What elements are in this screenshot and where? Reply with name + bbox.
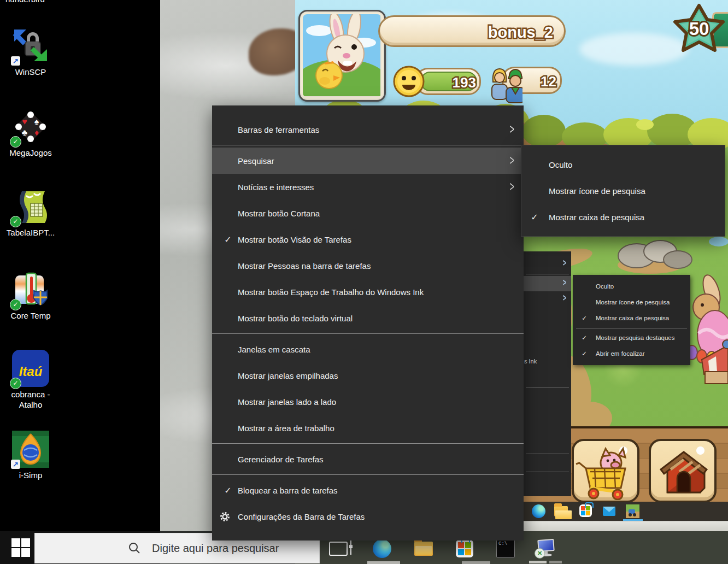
chevron-right-icon: > <box>563 257 566 268</box>
screen-edge-artifact <box>529 561 547 563</box>
start-button[interactable] <box>8 537 34 559</box>
menu-item-mostrar-botao-cortana[interactable]: Mostrar botão Cortana <box>212 200 524 226</box>
check-icon <box>578 310 591 326</box>
game-doghouse-button[interactable] <box>649 439 717 503</box>
svg-text:bonus_2: bonus_2 <box>488 24 553 41</box>
mini-screenshot-search-submenu: Oculto Mostrar ícone de pesquisa Mostrar… <box>573 275 690 365</box>
mini-screenshot-taskbar <box>522 502 728 521</box>
menu-item-mostrar-area-de-trabalho[interactable]: Mostrar a área de trabalho <box>212 415 524 441</box>
submenu-item-oculto[interactable]: Oculto <box>521 151 725 178</box>
cmd-icon: C:\ <box>496 539 515 558</box>
sync-check-badge <box>10 299 21 310</box>
check-icon <box>578 330 591 346</box>
game-shop-button[interactable] <box>572 439 639 503</box>
taskbar-edge-button[interactable] <box>372 538 392 559</box>
task-view-button[interactable] <box>328 538 349 559</box>
menu-item-mostrar-teclado-virtual[interactable]: Mostrar botão do teclado virtual <box>212 305 524 331</box>
friends-icon <box>488 60 522 104</box>
sync-check-badge <box>10 378 21 389</box>
menu-item-janelas-em-cascata[interactable]: Janelas em cascata <box>212 336 524 362</box>
folder-icon <box>414 542 433 556</box>
menu-item-bloquear-barra-de-tarefas[interactable]: Bloquear a barra de tarefas <box>212 477 524 503</box>
menu-item-mostrar-botao-visao-de-tarefas[interactable]: Mostrar botão Visão de Tarefas <box>212 226 524 252</box>
chevron-right-icon: > <box>509 179 514 195</box>
mini-screenshot-bottom-strip <box>522 521 728 531</box>
menu-item-noticias-e-interesses[interactable]: Notícias e interesses> <box>212 174 524 200</box>
shortcut-badge <box>11 56 20 66</box>
chevron-right-icon: > <box>509 121 514 138</box>
chevron-right-icon: > <box>509 152 514 169</box>
check-icon <box>527 212 542 222</box>
desktop-icon-winscp[interactable]: WinSCP <box>0 27 61 77</box>
menu-separator <box>212 145 524 145</box>
shortcut-badge <box>11 460 20 469</box>
svg-text:♣: ♣ <box>22 128 28 137</box>
menu-item-gerenciador-de-tarefas[interactable]: Gerenciador de Tarefas <box>212 446 524 472</box>
taskbar-explorer-button[interactable] <box>413 538 434 559</box>
menu-item-barras-de-ferramentas[interactable]: Barras de ferramentas> <box>212 116 524 143</box>
smiley-icon <box>392 62 426 101</box>
mood-value-text: 193 <box>420 68 480 95</box>
windows-logo-icon <box>11 538 30 557</box>
check-icon <box>221 485 235 496</box>
farm-game-icon <box>626 504 639 518</box>
itau-icon: Itaú <box>12 350 49 387</box>
svg-text:♦: ♦ <box>34 128 39 137</box>
taskbar-cmd-button[interactable]: C:\ <box>495 538 516 559</box>
taskbar-store-button[interactable] <box>454 538 475 559</box>
desktop-icon-tabelaibpt[interactable]: TabelaIBPT... <box>0 188 61 238</box>
svg-text:193: 193 <box>453 74 476 91</box>
winscp-icon <box>12 27 49 64</box>
menu-separator <box>212 474 524 475</box>
desktop-icon-coretemp[interactable]: Core Temp <box>0 271 61 321</box>
search-input[interactable] <box>151 542 317 555</box>
screen-edge-artifact <box>462 561 490 564</box>
desktop-icon-thunderbird-clipped[interactable]: hunderbird <box>3 0 74 5</box>
doghouse-icon <box>652 444 715 502</box>
menu-separator <box>212 443 524 444</box>
mini-screenshot-menu-fragment: > > > s Ink <box>524 251 571 496</box>
menu-item-pesquisar[interactable]: Pesquisar> <box>212 148 524 174</box>
chevron-right-icon: > <box>563 277 566 287</box>
menu-item-mostrar-windows-ink[interactable]: Mostrar botão Espaço de Trabalho do Wind… <box>212 279 524 305</box>
menu-separator <box>212 333 524 334</box>
screen-edge-artifact <box>367 561 400 564</box>
remote-desktop-icon <box>537 539 556 558</box>
edge-icon <box>373 539 391 558</box>
mail-icon <box>602 504 616 518</box>
check-icon <box>578 346 591 362</box>
svg-text:♥: ♥ <box>22 117 27 126</box>
avatar-art <box>301 13 383 99</box>
player-avatar[interactable] <box>298 10 386 102</box>
mini-menu-item: Abrir em focalizar <box>573 346 690 362</box>
chevron-right-icon: > <box>563 292 566 303</box>
taskbar-remote-desktop-button[interactable] <box>536 538 557 559</box>
desktop-icon-isimp[interactable]: i-Simp <box>0 431 61 480</box>
menu-item-configuracoes-barra-de-tarefas[interactable]: Configurações da Barra de Tarefas <box>212 503 524 530</box>
menu-item-mostrar-janelas-lado-a-lado[interactable]: Mostrar janelas lado a lado <box>212 389 524 415</box>
submenu-item-mostrar-icone-de-pesquisa[interactable]: Mostrar ícone de pesquisa <box>521 178 725 204</box>
screen-edge-artifact <box>549 561 562 563</box>
store-icon <box>579 504 593 518</box>
svg-text:12: 12 <box>541 73 556 90</box>
mini-menu-item: Mostrar caixa de pesquisa <box>573 310 690 326</box>
mini-menu-item: Mostrar ícone de pesquisa <box>573 295 690 310</box>
coretemp-icon <box>12 271 49 308</box>
svg-text:♠: ♠ <box>34 117 39 126</box>
mini-menu-item: Oculto <box>573 279 690 295</box>
check-icon <box>221 234 235 245</box>
store-icon <box>456 540 473 557</box>
gear-icon <box>220 512 230 524</box>
svg-text:50: 50 <box>689 19 709 39</box>
submenu-item-mostrar-caixa-de-pesquisa[interactable]: Mostrar caixa de pesquisa <box>521 204 725 230</box>
edge-icon <box>532 504 545 518</box>
menu-item-mostrar-pessoas[interactable]: Mostrar Pessoas na barra de tarefas <box>212 252 524 279</box>
sync-check-badge <box>10 136 21 148</box>
desktop-icon-megajogos[interactable]: ♥ ♠ ♣ ♦ MegaJogos <box>0 108 61 158</box>
folder-icon <box>554 504 568 518</box>
isimp-icon <box>12 431 49 468</box>
star-level-icon[interactable]: 50 <box>670 2 728 57</box>
desktop-icon-itau-cobranca[interactable]: Itaú cobranca - Atalho <box>0 350 61 410</box>
mini-menu-item: Mostrar pesquisa destaques <box>573 330 690 346</box>
menu-item-mostrar-janelas-empilhadas[interactable]: Mostrar janelas empilhadas <box>212 362 524 389</box>
